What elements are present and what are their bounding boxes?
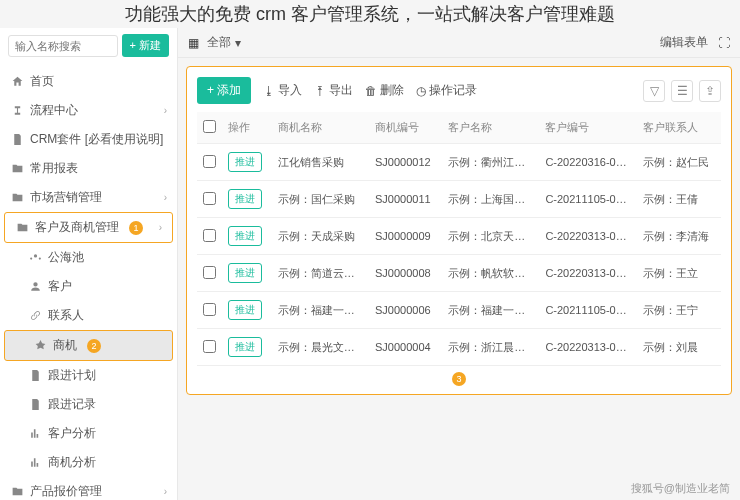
nav-label: 商机分析 [48, 454, 96, 471]
cell-code: SJ0000012 [369, 144, 442, 181]
cell-cust: 示例：帆软软件有限公司 [442, 255, 539, 292]
row-check[interactable] [203, 192, 216, 205]
search-input[interactable] [8, 35, 118, 57]
share-icon[interactable]: ⇪ [699, 80, 721, 102]
new-button[interactable]: + 新建 [122, 34, 169, 57]
cell-ccode: C-20211105-0000001 [539, 181, 636, 218]
nav-label: 跟进计划 [48, 367, 96, 384]
advance-button[interactable]: 推进 [228, 263, 262, 283]
nav-list: 首页流程中心›CRM套件 [必看使用说明]常用报表市场营销管理›客户及商机管理1… [0, 63, 177, 500]
nav-item-10[interactable]: 跟进计划 [0, 361, 177, 390]
annotation-3: 3 [452, 372, 466, 386]
filter-icon[interactable]: ▽ [643, 80, 665, 102]
col-header[interactable]: 商机名称 [272, 112, 369, 144]
annotation-badge: 2 [87, 339, 101, 353]
table-row[interactable]: 推进示例：国仁采购SJ0000011示例：上海国仁有限…C-20211105-0… [197, 181, 721, 218]
cell-code: SJ0000004 [369, 329, 442, 366]
cell-ccode: C-20220316-0000001 [539, 144, 636, 181]
grid-icon[interactable]: ▦ [188, 36, 199, 50]
col-header[interactable]: 商机编号 [369, 112, 442, 144]
view-selector[interactable]: 全部▾ [207, 34, 241, 51]
nav-item-6[interactable]: 公海池 [0, 243, 177, 272]
cell-contact: 示例：李清海 [637, 218, 721, 255]
user-icon [28, 280, 42, 294]
import-link[interactable]: ⭳ 导入 [263, 82, 302, 99]
cell-name: 江化销售采购 [272, 144, 369, 181]
export-link[interactable]: ⭱ 导出 [314, 82, 353, 99]
nav-item-12[interactable]: 客户分析 [0, 419, 177, 448]
cell-code: SJ0000008 [369, 255, 442, 292]
nav-label: 跟进记录 [48, 396, 96, 413]
advance-button[interactable]: 推进 [228, 152, 262, 172]
doc-icon [28, 369, 42, 383]
folder-icon [10, 485, 24, 499]
advance-button[interactable]: 推进 [228, 337, 262, 357]
nav-item-13[interactable]: 商机分析 [0, 448, 177, 477]
nav-item-5[interactable]: 客户及商机管理1› [4, 212, 173, 243]
col-header[interactable]: 客户编号 [539, 112, 636, 144]
cell-ccode: C-20220313-0000004 [539, 329, 636, 366]
opp-icon [33, 339, 47, 353]
nav-label: 客户 [48, 278, 72, 295]
nav-item-8[interactable]: 联系人 [0, 301, 177, 330]
chevron-icon: › [164, 486, 167, 497]
delete-link[interactable]: 🗑 删除 [365, 82, 404, 99]
cell-cust: 示例：福建一高集团 [442, 292, 539, 329]
table-row[interactable]: 推进示例：简道云采购SJ0000008示例：帆软软件有限公司C-20220313… [197, 255, 721, 292]
add-button[interactable]: + 添加 [197, 77, 251, 104]
nav-label: 客户分析 [48, 425, 96, 442]
top-bar: ▦ 全部▾ 编辑表单 ⛶ [178, 28, 740, 58]
nav-label: CRM套件 [必看使用说明] [30, 131, 163, 148]
nav-label: 客户及商机管理 [35, 219, 119, 236]
chevron-icon: › [164, 105, 167, 116]
row-check[interactable] [203, 266, 216, 279]
table-row[interactable]: 推进示例：天成采购SJ0000009示例：北京天诚软件…C-20220313-0… [197, 218, 721, 255]
cell-code: SJ0000009 [369, 218, 442, 255]
annotation-badge: 1 [129, 221, 143, 235]
table-row[interactable]: 推进示例：福建一高3月订单SJ0000006示例：福建一高集团C-2021110… [197, 292, 721, 329]
main: ▦ 全部▾ 编辑表单 ⛶ + 添加 ⭳ 导入 ⭱ 导出 🗑 删除 ◷ 操作记录 … [178, 28, 740, 500]
cell-contact: 示例：王立 [637, 255, 721, 292]
cell-cust: 示例：浙江晨光文具… [442, 329, 539, 366]
row-check[interactable] [203, 155, 216, 168]
chart-icon [28, 456, 42, 470]
cell-name: 示例：简道云采购 [272, 255, 369, 292]
nav-item-7[interactable]: 客户 [0, 272, 177, 301]
nav-label: 首页 [30, 73, 54, 90]
toolbar: + 添加 ⭳ 导入 ⭱ 导出 🗑 删除 ◷ 操作记录 ▽ ☰ ⇪ [197, 77, 721, 112]
table-row[interactable]: 推进示例：晨光文具设备…SJ0000004示例：浙江晨光文具…C-2022031… [197, 329, 721, 366]
cell-contact: 示例：刘晨 [637, 329, 721, 366]
chevron-icon: › [164, 192, 167, 203]
nav-item-2[interactable]: CRM套件 [必看使用说明] [0, 125, 177, 154]
expand-icon[interactable]: ⛶ [718, 36, 730, 50]
content-area: + 添加 ⭳ 导入 ⭱ 导出 🗑 删除 ◷ 操作记录 ▽ ☰ ⇪ 操作商机名称商… [186, 66, 732, 395]
nav-item-9[interactable]: 商机2 [4, 330, 173, 361]
edit-form-link[interactable]: 编辑表单 [660, 34, 708, 51]
advance-button[interactable]: 推进 [228, 189, 262, 209]
nav-item-4[interactable]: 市场营销管理› [0, 183, 177, 212]
col-header[interactable]: 客户联系人 [637, 112, 721, 144]
cell-name: 示例：福建一高3月订单 [272, 292, 369, 329]
col-header[interactable]: 操作 [222, 112, 272, 144]
nav-item-14[interactable]: 产品报价管理› [0, 477, 177, 500]
select-all[interactable] [203, 120, 216, 133]
cell-name: 示例：晨光文具设备… [272, 329, 369, 366]
nav-item-11[interactable]: 跟进记录 [0, 390, 177, 419]
columns-icon[interactable]: ☰ [671, 80, 693, 102]
col-header[interactable]: 客户名称 [442, 112, 539, 144]
row-check[interactable] [203, 229, 216, 242]
cell-cust: 示例：北京天诚软件… [442, 218, 539, 255]
cell-contact: 示例：王宁 [637, 292, 721, 329]
nav-item-3[interactable]: 常用报表 [0, 154, 177, 183]
advance-button[interactable]: 推进 [228, 226, 262, 246]
folder-icon [15, 221, 29, 235]
folder-icon [10, 162, 24, 176]
cell-code: SJ0000011 [369, 181, 442, 218]
log-link[interactable]: ◷ 操作记录 [416, 82, 477, 99]
nav-item-1[interactable]: 流程中心› [0, 96, 177, 125]
row-check[interactable] [203, 303, 216, 316]
advance-button[interactable]: 推进 [228, 300, 262, 320]
table-row[interactable]: 推进江化销售采购SJ0000012示例：衢州江化集团C-20220316-000… [197, 144, 721, 181]
nav-item-0[interactable]: 首页 [0, 67, 177, 96]
row-check[interactable] [203, 340, 216, 353]
